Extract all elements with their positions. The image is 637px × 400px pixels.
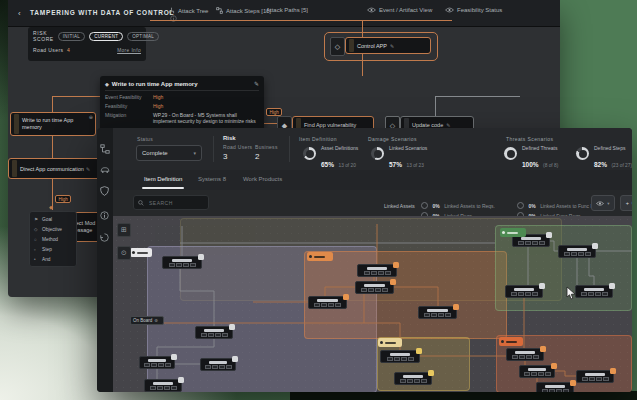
section-title-item-definition: Item Definition: [299, 136, 337, 142]
canvas-layout-tool[interactable]: ⊞: [117, 223, 131, 237]
metric-value: 82% (23 of 27): [594, 153, 632, 171]
attack-tree-icon: [168, 7, 175, 14]
view-options-button[interactable]: ▾: [591, 195, 615, 211]
flow-icon[interactable]: [100, 140, 110, 150]
metric-name: Defined Steps: [594, 145, 625, 151]
model-canvas[interactable]: ⊞ ⊙ On Board ⊕: [113, 216, 632, 392]
on-board-pill[interactable]: On Board ⊕: [130, 316, 164, 325]
tab-attack-steps[interactable]: Attack Steps [11]: [216, 7, 271, 14]
risk-score-label: RISK SCORE: [33, 30, 54, 42]
eye-icon: [367, 7, 376, 13]
item-definition-window: Status Complete ▾ Risk Road Users 3 Busi…: [97, 128, 632, 392]
menu-item-and[interactable]: •And: [30, 254, 76, 264]
group-tag-green[interactable]: [500, 228, 526, 237]
group-tag-red[interactable]: [499, 337, 523, 346]
history-icon[interactable]: [100, 228, 110, 238]
tab-item-definition[interactable]: Item Definition: [144, 176, 182, 182]
metric-name: Asset Definitions: [321, 145, 358, 151]
toggle-event-artifact-view[interactable]: Event / Artifact View: [367, 7, 432, 13]
toggle-feasibility-status[interactable]: Feasibility Status: [445, 7, 502, 13]
graph-node[interactable]: [418, 306, 457, 319]
graph-node[interactable]: [576, 370, 614, 383]
status-dropdown[interactable]: Complete ▾: [136, 145, 202, 161]
graph-node[interactable]: [195, 326, 233, 339]
feasibility-badge: High: [266, 108, 282, 116]
dot-icon: •: [34, 257, 39, 262]
graph-node[interactable]: [200, 358, 236, 371]
info-icon[interactable]: [100, 206, 110, 216]
project-header: Status Complete ▾ Risk Road Users 3 Busi…: [113, 128, 632, 171]
feasibility-badge: High: [55, 195, 71, 203]
graph-node[interactable]: [575, 285, 613, 298]
graph-node[interactable]: [505, 285, 543, 298]
progress-ring-asset-definitions: [303, 147, 316, 160]
back-button[interactable]: ‹: [18, 9, 21, 18]
tab-attack-paths[interactable]: Attack Paths [5]: [266, 7, 308, 13]
shield-icon[interactable]: [100, 182, 110, 192]
graph-node[interactable]: [519, 365, 555, 378]
graph-node[interactable]: [144, 379, 182, 392]
edit-icon[interactable]: ✎: [254, 80, 259, 87]
tab-attack-tree[interactable]: Attack Tree: [168, 7, 208, 14]
menu-item-objective[interactable]: ◇Objective: [30, 224, 76, 234]
search-box[interactable]: [133, 195, 209, 210]
risk-initial-button[interactable]: INITIAL: [58, 32, 85, 41]
graph-node[interactable]: [355, 281, 394, 294]
progress-ring-defined-steps: [576, 147, 589, 160]
road-users-value: 4: [67, 47, 70, 53]
graph-node[interactable]: [394, 372, 432, 385]
tab-systems[interactable]: Systems 8: [198, 176, 226, 182]
group-tag-yellow[interactable]: [378, 338, 402, 347]
and-gate-icon: ◆: [49, 204, 53, 210]
chevron-down-icon: ▾: [193, 150, 196, 156]
graph-node[interactable]: [536, 382, 574, 392]
more-info-link[interactable]: More Info: [117, 48, 141, 53]
search-input[interactable]: [147, 199, 201, 207]
create-button[interactable]: +Create: [620, 195, 632, 211]
graph-node[interactable]: [380, 350, 420, 363]
divider: [289, 136, 290, 162]
node-type-strip: [12, 160, 17, 177]
node-control-app[interactable]: Control APP ✎: [345, 37, 431, 54]
graph-node[interactable]: [506, 348, 544, 361]
graph-node[interactable]: [357, 264, 397, 277]
graph-node[interactable]: [162, 256, 202, 269]
node-type-strip: [349, 39, 354, 52]
group-tag-orange[interactable]: [307, 252, 333, 261]
graph-node[interactable]: [308, 296, 347, 309]
tree-connector: [262, 123, 277, 124]
plus-icon: +: [626, 200, 629, 206]
car-icon[interactable]: [100, 160, 110, 170]
menu-item-method[interactable]: ○Method: [30, 234, 76, 244]
progress-ring-defined-threats: [504, 147, 517, 160]
left-icon-rail: [97, 128, 114, 392]
road-users-label: Road Users 4: [33, 47, 70, 53]
metric-value: 57% 13 of 23: [389, 153, 424, 171]
chevron-down-icon: ▾: [607, 201, 609, 206]
gate-icon-box[interactable]: ◇: [330, 37, 345, 56]
tab-work-products[interactable]: Work Products: [243, 176, 282, 182]
node-direct-app[interactable]: Direct App communication ✎: [8, 158, 102, 179]
tree-connector: [435, 96, 520, 97]
tree-connector: [52, 136, 53, 158]
link-icon[interactable]: ⊕: [89, 114, 93, 120]
edit-icon[interactable]: ✎: [390, 43, 394, 49]
metric-value: 100% (8 of 8): [522, 153, 558, 171]
menu-item-goal[interactable]: ⚑Goal: [30, 214, 76, 224]
road-users-label: Road Users: [223, 144, 252, 150]
menu-item-step[interactable]: ▫Step: [30, 244, 76, 254]
edit-icon[interactable]: ✎: [446, 122, 450, 128]
divider: [213, 136, 214, 162]
risk-optimal-button[interactable]: OPTIMAL: [127, 32, 159, 41]
business-label: Business: [255, 144, 278, 150]
graph-node[interactable]: [139, 356, 175, 369]
group-tag-white[interactable]: [130, 248, 152, 257]
road-users-value: 3: [223, 152, 227, 161]
node-write-runtime[interactable]: Write to run time App memory ⊕: [10, 112, 96, 136]
canvas-fit-tool[interactable]: ⊙: [117, 246, 131, 260]
diamond-icon: ◇: [34, 227, 39, 232]
risk-current-button[interactable]: CURRENT: [89, 32, 123, 41]
metric-name: Defined Threats: [522, 145, 557, 151]
graph-node[interactable]: [558, 245, 596, 258]
edit-icon[interactable]: ✎: [86, 166, 90, 172]
